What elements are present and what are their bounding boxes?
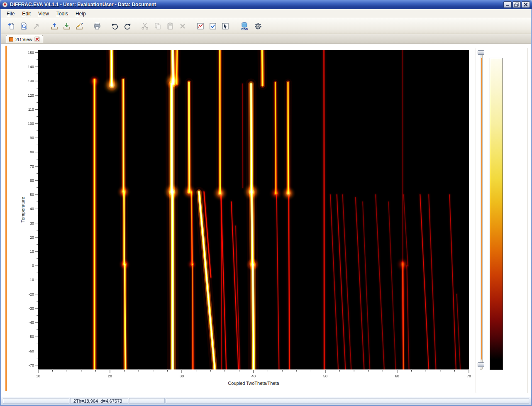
svg-text:20: 20	[30, 235, 34, 240]
redo-button[interactable]	[121, 20, 134, 32]
tab-2d-view[interactable]: 2D View	[6, 35, 43, 43]
copy-button[interactable]	[151, 20, 164, 32]
delete-button[interactable]	[176, 20, 189, 32]
icdd-database-button[interactable]: ICDD	[237, 20, 252, 32]
select-tool-button[interactable]	[219, 20, 232, 32]
svg-text:?: ?	[81, 22, 83, 26]
close-button[interactable]	[522, 1, 530, 8]
svg-text:20: 20	[108, 374, 112, 378]
svg-text:50: 50	[30, 193, 34, 197]
svg-text:40: 40	[251, 374, 256, 378]
svg-text:30: 30	[30, 221, 34, 225]
new-document-button[interactable]	[5, 20, 18, 32]
menu-tools[interactable]: Tools	[53, 10, 72, 18]
svg-text:70: 70	[467, 374, 471, 378]
svg-text:100: 100	[28, 122, 34, 126]
svg-text:40: 40	[30, 207, 34, 211]
print-preview-button[interactable]	[18, 20, 30, 32]
window-controls	[503, 1, 530, 8]
document-view: Temperature Coupled TwoTheta/Theta 15014…	[1, 44, 531, 397]
minimize-button[interactable]	[503, 1, 512, 8]
colorbar	[490, 58, 503, 370]
icdd-label: ICDD	[241, 28, 248, 30]
colorbar-slider-range	[481, 58, 482, 360]
toolbar: ?	[1, 18, 531, 34]
svg-text:120: 120	[28, 93, 34, 98]
settings-button[interactable]	[252, 20, 264, 32]
selection-accent-bar	[5, 46, 7, 391]
svg-text:140: 140	[28, 65, 34, 69]
titlebar[interactable]: DIFFRAC.EVA V4.1.1 - User: EvaluationUse…	[0, 0, 532, 9]
paste-button[interactable]	[164, 20, 176, 32]
menubar: File Edit View Tools Help	[1, 9, 531, 18]
colorbar-upper-handle[interactable]	[478, 50, 484, 55]
menu-edit[interactable]: Edit	[18, 10, 34, 18]
y-axis-title: Temperature	[20, 191, 25, 228]
scan-chart-tool-button[interactable]	[194, 20, 207, 32]
app-window: DIFFRAC.EVA V4.1.1 - User: EvaluationUse…	[0, 0, 532, 406]
svg-text:10: 10	[36, 374, 40, 378]
export-scan-button[interactable]	[48, 20, 61, 32]
svg-text:-70: -70	[29, 363, 34, 367]
svg-text:110: 110	[28, 108, 34, 112]
undo-button[interactable]	[109, 20, 121, 32]
x-axis-title: Coupled TwoTheta/Theta	[150, 381, 357, 386]
svg-text:0: 0	[32, 264, 34, 268]
status-cell-right	[166, 398, 529, 404]
restore-button[interactable]	[512, 1, 521, 8]
svg-text:-30: -30	[29, 306, 34, 311]
svg-text:60: 60	[395, 374, 399, 378]
import-scan-button[interactable]	[61, 20, 73, 32]
app-icon	[2, 2, 8, 7]
menu-file[interactable]: File	[3, 10, 18, 18]
svg-text:-20: -20	[29, 292, 34, 296]
heatmap-plot[interactable]	[38, 50, 469, 369]
svg-text:70: 70	[30, 164, 34, 169]
tab-label: 2D View	[15, 37, 32, 42]
append-query-button[interactable]: ?	[73, 20, 85, 32]
colorbar-gradient	[490, 58, 503, 360]
svg-text:80: 80	[30, 150, 34, 154]
window-title: DIFFRAC.EVA V4.1.1 - User: EvaluationUse…	[10, 2, 503, 7]
colorbar-below-threshold	[490, 360, 503, 369]
svg-text:150: 150	[28, 51, 34, 55]
status-bar: 2Th=18,964 d=4,67573	[1, 397, 531, 405]
menu-view[interactable]: View	[34, 10, 53, 18]
svg-text:30: 30	[180, 374, 184, 378]
svg-text:10: 10	[30, 249, 34, 254]
status-coordinates: 2Th=18,964 d=4,67573	[70, 398, 128, 404]
tab-close-icon[interactable]	[34, 37, 40, 42]
svg-text:50: 50	[323, 374, 327, 378]
status-cell-mid	[129, 398, 165, 404]
svg-text:-50: -50	[29, 335, 34, 339]
2d-view-icon	[9, 37, 13, 42]
svg-text:-60: -60	[29, 349, 34, 353]
svg-text:90: 90	[30, 136, 34, 140]
svg-text:130: 130	[28, 79, 34, 83]
check-tool-button[interactable]	[207, 20, 219, 32]
cut-button[interactable]	[139, 20, 151, 32]
menu-help[interactable]: Help	[72, 10, 90, 18]
svg-text:60: 60	[30, 179, 34, 183]
send-view-button[interactable]	[30, 20, 43, 32]
svg-text:-40: -40	[29, 320, 34, 325]
print-button[interactable]	[91, 20, 103, 32]
colorbar-lower-handle[interactable]	[478, 362, 484, 367]
svg-text:-10: -10	[29, 278, 34, 282]
tab-bar: 2D View	[1, 34, 531, 44]
status-cell-left	[3, 398, 69, 404]
